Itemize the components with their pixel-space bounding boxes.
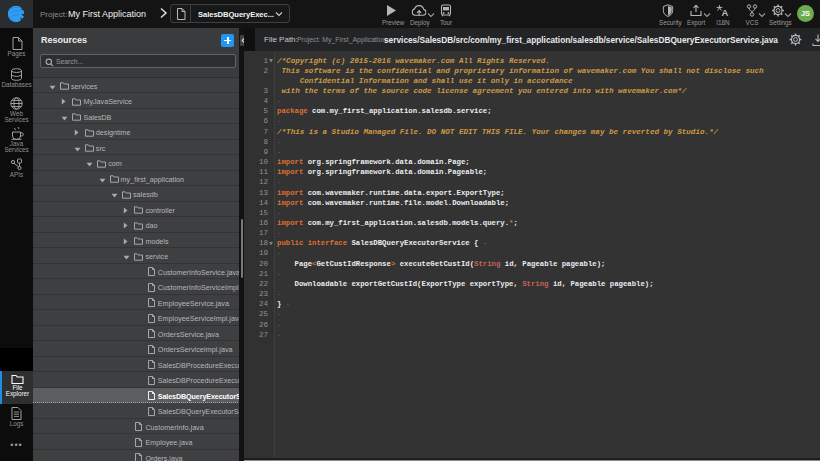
svg-text:A: A: [722, 7, 729, 17]
